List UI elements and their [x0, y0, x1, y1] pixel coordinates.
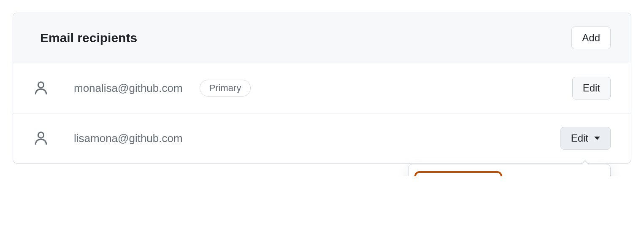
svg-point-1: [38, 132, 44, 138]
svg-point-0: [38, 82, 44, 88]
edit-button[interactable]: Edit: [572, 77, 611, 99]
recipient-row: lisamona@github.com Edit Mark as primary…: [13, 113, 631, 163]
add-button[interactable]: Add: [571, 27, 611, 49]
recipient-email: lisamona@github.com: [74, 132, 183, 145]
recipient-info: monalisa@github.com Primary: [33, 80, 572, 97]
person-icon: [33, 131, 49, 146]
edit-dropdown-menu: Mark as primary Remove: [408, 164, 611, 176]
panel-title: Email recipients: [40, 31, 137, 45]
panel-header: Email recipients Add: [13, 13, 631, 63]
email-recipients-panel: Email recipients Add monalisa@github.com…: [13, 13, 631, 164]
edit-dropdown-button[interactable]: Edit: [560, 127, 611, 150]
recipient-email: monalisa@github.com: [74, 82, 183, 95]
recipient-info: lisamona@github.com: [33, 131, 560, 146]
recipient-row: monalisa@github.com Primary Edit: [13, 63, 631, 113]
dropdown-item-mark-primary[interactable]: Mark as primary: [414, 171, 502, 176]
person-icon: [33, 81, 49, 96]
edit-button-label: Edit: [571, 132, 588, 144]
caret-down-icon: [594, 137, 600, 140]
primary-badge: Primary: [200, 80, 251, 97]
